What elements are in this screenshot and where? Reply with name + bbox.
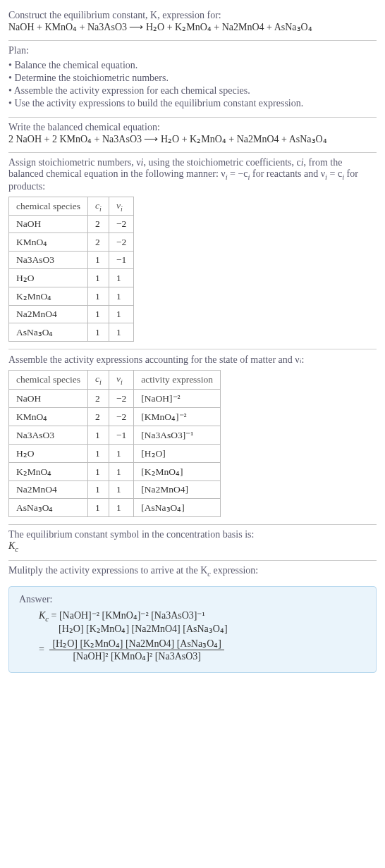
table-row: Na3AsO31−1[Na3AsO3]⁻¹ xyxy=(9,426,221,445)
kc-symbol: Kc xyxy=(8,540,377,553)
cell-ci: 2 xyxy=(88,408,109,426)
table-header-row: chemical species ci νi xyxy=(9,197,134,216)
cell-nui: −2 xyxy=(109,233,133,252)
cell-species: K₂MnO₄ xyxy=(9,463,88,481)
balanced-equation: 2 NaOH + 2 KMnO₄ + Na3AsO3 ⟶ H₂O + K₂MnO… xyxy=(8,133,377,145)
activity-intro: Assemble the activity expressions accoun… xyxy=(8,354,377,366)
plan-title: Plan: xyxy=(8,45,377,56)
kc-k: K xyxy=(39,610,45,621)
cell-nui: 1 xyxy=(109,499,133,517)
kc-k: K xyxy=(8,540,15,551)
cell-species: KMnO₄ xyxy=(9,408,88,426)
plan-bullet: • Determine the stoichiometric numbers. xyxy=(8,72,377,85)
plan-bullet: • Assemble the activity expression for e… xyxy=(8,85,377,97)
balanced-title: Write the balanced chemical equation: xyxy=(8,122,377,133)
cell-species: Na3AsO3 xyxy=(9,252,88,269)
cell-species: AsNa₃O₄ xyxy=(9,323,88,342)
kc-sub: c xyxy=(15,545,18,553)
section-activity: Assemble the activity expressions accoun… xyxy=(8,349,377,524)
cell-nui: −2 xyxy=(109,390,133,408)
table-row: KMnO₄2−2[KMnO₄]⁻² xyxy=(9,408,221,426)
col-species: chemical species xyxy=(9,371,88,390)
cell-species: AsNa₃O₄ xyxy=(9,499,88,517)
cell-ci: 1 xyxy=(88,426,109,445)
text: = c xyxy=(327,168,342,179)
cell-ci: 1 xyxy=(88,445,109,463)
cell-activity: [KMnO₄]⁻² xyxy=(134,408,221,426)
text: = −c xyxy=(228,168,248,179)
table-row: H₂O11 xyxy=(9,269,134,287)
table-row: H₂O11[H₂O] xyxy=(9,445,221,463)
answer-line-2: [H₂O] [K₂MnO₄] [Na2MnO4] [AsNa₃O₄] xyxy=(39,623,366,635)
answer-box: Answer: Kc = [NaOH]⁻² [KMnO₄]⁻² [Na3AsO3… xyxy=(8,586,377,673)
section-stoich: Assign stoichiometric numbers, νi, using… xyxy=(8,153,377,349)
cell-nui: 1 xyxy=(109,445,133,463)
activity-table: chemical species ci νi activity expressi… xyxy=(8,370,221,517)
table-row: NaOH2−2[NaOH]⁻² xyxy=(9,390,221,408)
fraction: [H₂O] [K₂MnO₄] [Na2MnO4] [AsNa₃O₄] [NaOH… xyxy=(49,638,224,662)
col-ci: ci xyxy=(88,371,109,390)
intro-line: Construct the equilibrium constant, K, e… xyxy=(8,10,377,21)
plan-bullets: • Balance the chemical equation. • Deter… xyxy=(8,59,377,110)
section-balanced: Write the balanced chemical equation: 2 … xyxy=(8,118,377,152)
multiply-line: Mulitply the activity expressions to arr… xyxy=(8,565,377,578)
cell-species: K₂MnO₄ xyxy=(9,287,88,306)
section-plan: Plan: • Balance the chemical equation. •… xyxy=(8,41,377,117)
cell-ci: 1 xyxy=(88,481,109,499)
cell-activity: [Na3AsO3]⁻¹ xyxy=(134,426,221,445)
cell-ci: 1 xyxy=(88,306,109,323)
cell-activity: [Na2MnO4] xyxy=(134,481,221,499)
col-species: chemical species xyxy=(9,197,88,216)
cell-ci: 1 xyxy=(88,287,109,306)
section-intro: Construct the equilibrium constant, K, e… xyxy=(8,6,377,40)
table-row: Na3AsO31−1 xyxy=(9,252,134,269)
text: , using the stoichiometric coefficients,… xyxy=(143,157,300,168)
table-row: AsNa₃O₄11[AsNa₃O₄] xyxy=(9,499,221,517)
text: expression: xyxy=(211,565,258,576)
cell-nui: 1 xyxy=(109,463,133,481)
cell-nui: 1 xyxy=(109,323,133,342)
cell-activity: [AsNa₃O₄] xyxy=(134,499,221,517)
kc-intro: The equilibrium constant symbol in the c… xyxy=(8,529,377,540)
fraction-numerator: [H₂O] [K₂MnO₄] [Na2MnO4] [AsNa₃O₄] xyxy=(49,638,224,650)
section-multiply: Mulitply the activity expressions to arr… xyxy=(8,561,377,581)
cell-species: Na2MnO4 xyxy=(9,306,88,323)
rhs-part-a: = [NaOH]⁻² [KMnO₄]⁻² [Na3AsO3]⁻¹ xyxy=(49,610,205,621)
cell-species: H₂O xyxy=(9,445,88,463)
stoich-intro: Assign stoichiometric numbers, νi, using… xyxy=(8,157,377,192)
cell-nui: −1 xyxy=(109,426,133,445)
col-nui: νi xyxy=(109,371,133,390)
table-row: K₂MnO₄11[K₂MnO₄] xyxy=(9,463,221,481)
cell-ci: 2 xyxy=(88,216,109,233)
cell-species: Na2MnO4 xyxy=(9,481,88,499)
answer-content: Kc = [NaOH]⁻² [KMnO₄]⁻² [Na3AsO3]⁻¹ [H₂O… xyxy=(19,609,366,662)
cell-nui: −2 xyxy=(109,408,133,426)
section-kc-symbol: The equilibrium constant symbol in the c… xyxy=(8,525,377,560)
table-row: AsNa₃O₄11 xyxy=(9,323,134,342)
table-row: KMnO₄2−2 xyxy=(9,233,134,252)
cell-nui: 1 xyxy=(109,481,133,499)
cell-species: Na3AsO3 xyxy=(9,426,88,445)
text: Mulitply the activity expressions to arr… xyxy=(8,565,207,576)
table-row: K₂MnO₄11 xyxy=(9,287,134,306)
answer-line-3: = [H₂O] [K₂MnO₄] [Na2MnO4] [AsNa₃O₄] [Na… xyxy=(39,638,366,662)
cell-nui: −1 xyxy=(109,252,133,269)
cell-ci: 2 xyxy=(88,233,109,252)
col-nui: νi xyxy=(109,197,133,216)
cell-activity: [K₂MnO₄] xyxy=(134,463,221,481)
cell-ci: 1 xyxy=(88,463,109,481)
cell-species: H₂O xyxy=(9,269,88,287)
cell-species: KMnO₄ xyxy=(9,233,88,252)
cell-nui: 1 xyxy=(109,287,133,306)
cell-nui: 1 xyxy=(109,306,133,323)
text: Assign stoichiometric numbers, ν xyxy=(8,157,141,168)
cell-ci: 1 xyxy=(88,252,109,269)
answer-label: Answer: xyxy=(19,594,366,605)
table-row: NaOH2−2 xyxy=(9,216,134,233)
cell-activity: [NaOH]⁻² xyxy=(134,390,221,408)
unbalanced-equation: NaOH + KMnO₄ + Na3AsO3 ⟶ H₂O + K₂MnO₄ + … xyxy=(8,21,377,33)
table-header-row: chemical species ci νi activity expressi… xyxy=(9,371,221,390)
cell-ci: 1 xyxy=(88,499,109,517)
stoich-table: chemical species ci νi NaOH2−2 KMnO₄2−2 … xyxy=(8,197,134,342)
cell-ci: 2 xyxy=(88,390,109,408)
